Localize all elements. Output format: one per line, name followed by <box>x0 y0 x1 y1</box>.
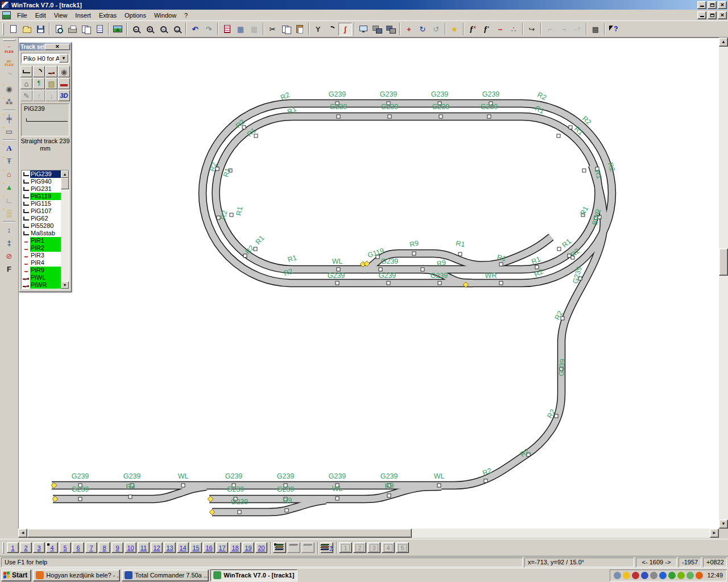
print-button[interactable] <box>65 23 79 36</box>
left-toolbar-grip[interactable] <box>3 39 15 41</box>
track-list-item[interactable]: PiG940 <box>22 178 61 185</box>
turntable-button[interactable]: *◉ <box>2 82 16 95</box>
track-list-item[interactable]: PiG62 <box>22 215 61 222</box>
menu-view[interactable]: View <box>50 11 72 20</box>
background-image-button[interactable] <box>111 23 125 36</box>
page-2-button[interactable]: 2 <box>20 542 32 553</box>
parts-report-button[interactable] <box>220 23 234 36</box>
close-button[interactable]: × <box>718 1 727 9</box>
track-properties-button[interactable]: ƒ▪ <box>479 23 493 36</box>
track-connector[interactable] <box>439 115 442 118</box>
track-segment[interactable] <box>52 165 604 485</box>
layers-all-button[interactable] <box>273 542 286 553</box>
track-segment[interactable] <box>52 165 604 485</box>
nvidia-icon[interactable] <box>677 572 685 579</box>
delete-track-button[interactable]: ƒx <box>466 23 479 36</box>
parts-list-button[interactable] <box>93 23 106 36</box>
start-button[interactable]: Start <box>1 569 31 581</box>
ruler-track-button[interactable]: *╪ <box>2 112 16 125</box>
track-connector[interactable] <box>181 484 185 487</box>
page-1-button[interactable]: 1 <box>7 542 19 553</box>
track-connector[interactable] <box>379 268 382 271</box>
turntable-button[interactable]: ◉ <box>58 66 70 77</box>
table-fill-button[interactable]: ▦ <box>234 23 247 36</box>
taskbar-task-button[interactable]: WinTrack V7.0 - [track1] <box>210 569 297 581</box>
track-connector[interactable] <box>582 169 586 172</box>
text-tool-button[interactable]: *A <box>2 142 16 155</box>
page-10-button[interactable]: 10 <box>125 542 136 553</box>
select-area-button[interactable]: ▩ <box>589 23 602 36</box>
restore-button[interactable] <box>708 1 717 9</box>
scroll-down-arrow[interactable]: ▼ <box>719 519 728 529</box>
move-tool-button[interactable]: + <box>402 23 416 36</box>
page-16-button[interactable]: 16 <box>203 542 215 553</box>
track-connector[interactable] <box>285 509 288 512</box>
track-canvas[interactable]: R2G239G239G239G239R2R1G239G239G239G239R1… <box>18 38 719 529</box>
burner-icon[interactable] <box>696 572 703 579</box>
toolbar-grip[interactable] <box>2 23 4 35</box>
switch-track-button[interactable] <box>46 66 57 77</box>
track-connector[interactable] <box>499 263 503 266</box>
list-scrollbar[interactable]: ▲ ▼ <box>61 171 69 289</box>
list-scroll-up-icon[interactable]: ▲ <box>61 171 69 178</box>
track-connector[interactable] <box>458 252 462 256</box>
volume-icon[interactable] <box>650 572 657 579</box>
document-icon[interactable] <box>2 11 11 19</box>
building-button[interactable]: *⌂ <box>2 168 16 181</box>
profile-button[interactable]: F <box>2 263 16 276</box>
menu-window[interactable]: Window <box>150 11 180 20</box>
track-connector[interactable] <box>388 115 391 118</box>
align-wand-button[interactable]: *⁂ <box>2 95 16 109</box>
flex-tool-button[interactable]: ∫ <box>338 23 352 36</box>
menu-help[interactable]: ? <box>180 11 192 20</box>
print-preview-button[interactable] <box>52 23 65 36</box>
updater-icon[interactable] <box>686 572 694 579</box>
track-connector[interactable] <box>387 281 390 285</box>
track-connector[interactable] <box>78 497 82 501</box>
curve-tool-button[interactable] <box>325 23 338 36</box>
track-connector[interactable] <box>387 494 391 497</box>
track-connector[interactable] <box>412 252 416 255</box>
page-8-button[interactable]: 8 <box>98 542 110 553</box>
child-restore-button[interactable] <box>708 11 717 19</box>
page-6-button[interactable]: 6 <box>72 542 84 553</box>
buildings-button[interactable]: ⌂ <box>20 78 32 89</box>
page-9-button[interactable]: 9 <box>111 542 123 553</box>
track-list-item[interactable]: PiG231 <box>22 185 61 193</box>
track-connector[interactable] <box>230 213 233 217</box>
gradient-off-button[interactable]: ⊘ <box>2 250 16 263</box>
menu-options[interactable]: Options <box>121 11 150 20</box>
curve-track-button[interactable] <box>33 66 45 77</box>
horizontal-scroll-thumb[interactable] <box>27 529 412 538</box>
measure-points-button[interactable]: ∴ <box>507 23 520 36</box>
horizontal-scrollbar[interactable]: ◄ ► <box>18 529 719 538</box>
straight-track-button[interactable] <box>20 66 32 77</box>
landscape-button[interactable]: *▲ <box>2 181 16 194</box>
track-list-item[interactable]: PiR9 <box>22 267 61 274</box>
track-list-item[interactable]: Maßstab <box>22 230 61 237</box>
cut-button[interactable]: ✂ <box>266 23 279 36</box>
surface-button[interactable]: *▒ <box>2 207 16 220</box>
page-bar-grip[interactable] <box>2 542 4 554</box>
zoom-in-button[interactable]: + <box>143 23 156 36</box>
page-20-button[interactable]: 20 <box>255 542 267 553</box>
track-list-item[interactable]: PiWR <box>22 281 61 289</box>
track-list-item[interactable]: PiG119 <box>22 193 61 200</box>
track-list-item[interactable]: PiG107 <box>22 207 61 215</box>
track-list-item[interactable]: PiR3 <box>22 252 61 259</box>
connect-tool-button[interactable]: ↪ <box>525 23 539 36</box>
measure-line-button[interactable]: -- <box>493 23 507 36</box>
scroll-right-arrow[interactable]: ► <box>710 529 719 538</box>
print-pages-button[interactable] <box>79 23 93 36</box>
track-connector[interactable] <box>487 115 491 118</box>
track-system-combo[interactable]: Piko H0 for A ▼ <box>21 53 69 64</box>
rotate-tool-button[interactable]: ↻ <box>416 23 429 36</box>
track-list-item[interactable]: PiG239 <box>22 171 61 178</box>
track-connector[interactable] <box>243 254 247 257</box>
flex-20-button[interactable]: 20°FLEX <box>2 56 16 69</box>
track-connector[interactable] <box>438 281 441 285</box>
scroll-left-arrow[interactable]: ◄ <box>18 529 27 538</box>
track-connector[interactable] <box>569 126 572 129</box>
track-list-item[interactable]: Pi55280 <box>22 222 61 230</box>
page-19-button[interactable]: 19 <box>242 542 254 553</box>
